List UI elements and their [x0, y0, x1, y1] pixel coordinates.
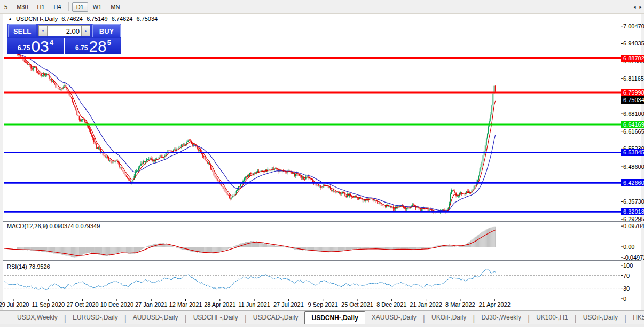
date-label: 27 Jul 2021 — [273, 301, 304, 308]
price-level-badge: 6.32018 — [621, 208, 644, 215]
chart-symbol-label: USDCNH-,Daily — [16, 15, 58, 22]
status-bar — [0, 324, 644, 327]
date-label: 27 Jan 2021 — [135, 301, 168, 308]
axis-label: 70 — [623, 272, 630, 279]
axis-label: -0.04972 — [623, 254, 644, 261]
axis-label: 7.00470 — [623, 22, 644, 30]
timeframe-list: 5M30H1H4D1W1MN — [0, 0, 644, 13]
buy-button[interactable]: BUY — [92, 24, 121, 37]
axis-label: 6.81165 — [623, 75, 644, 82]
sell-button[interactable]: SELL — [8, 24, 36, 37]
chart-window — [3, 14, 641, 310]
date-label: 9 Sep 2021 — [308, 301, 338, 308]
timeframe-mn[interactable]: MN — [106, 2, 124, 12]
volume-input[interactable]: 2.00 — [48, 25, 81, 36]
axis-label: 0 — [623, 295, 626, 302]
timeframe-h1[interactable]: H1 — [33, 2, 49, 12]
tabs-scroll-right-icon[interactable]: ▸ — [639, 4, 642, 10]
axis-label: 6.68100 — [623, 110, 644, 118]
date-label: 12 Mar 2021 — [169, 301, 202, 308]
price-level-badge: 6.88702 — [621, 54, 644, 62]
date-label: 29 Jul 2020 — [0, 301, 29, 308]
date-label: 21 Apr 2022 — [479, 301, 511, 308]
rsi-label: RSI(14) 78.9526 — [7, 263, 50, 270]
tabs-scroll-left-icon[interactable]: ◂ — [633, 4, 636, 10]
ohlc-low: 6.74624 — [112, 15, 133, 22]
axis-label: 0.097045 — [623, 222, 644, 230]
timeframe-w1[interactable]: W1 — [89, 2, 106, 12]
date-label: 21 Jan 2022 — [410, 301, 442, 308]
axis-label: 6.29295 — [623, 215, 644, 223]
toolbar-separator — [127, 2, 127, 11]
timeframe-h4[interactable]: H4 — [50, 2, 66, 12]
tab-xauusd-daily[interactable]: XAUUSD-,Daily — [365, 311, 423, 324]
date-label: 8 Dec 2021 — [376, 301, 406, 308]
date-label: 11 Jun 2021 — [238, 301, 270, 308]
date-label: 25 Oct 2021 — [341, 301, 373, 308]
ohlc-high: 6.75149 — [87, 15, 108, 22]
axis-label: 6.48600 — [623, 163, 644, 170]
tab-usdcnh-daily[interactable]: USDCNH-,Daily — [304, 311, 365, 324]
price-level-badge: 6.42660 — [621, 179, 644, 186]
price-level-badge: 6.75998 — [621, 89, 644, 96]
tab-scroll-controls: ◂ ▸ — [633, 4, 642, 10]
timeframe-5[interactable]: 5 — [0, 2, 12, 12]
axis-label: 0.00 — [623, 243, 634, 251]
tab-usdchf-daily[interactable]: USDCHF-,Daily — [187, 311, 245, 324]
date-label: 8 Mar 2022 — [445, 301, 475, 308]
buy-price-sup: 5 — [107, 38, 111, 46]
buy-price-display[interactable]: 6.75 28 5 — [65, 38, 121, 54]
ohlc-open: 6.74624 — [61, 15, 83, 22]
volume-decrease-button[interactable]: ▼ — [38, 25, 48, 36]
date-label: 11 Sep 2020 — [32, 301, 65, 308]
trade-panel-top-row: SELL ▼ 2.00 ▲ BUY — [7, 24, 121, 38]
axis-label: 6.94035 — [623, 40, 644, 47]
axis-label: 6.35730 — [623, 198, 644, 205]
tab-usdx-weekly[interactable]: USDX,Weekly — [11, 311, 64, 324]
tab-uk100-h1[interactable]: UK100-,H1 — [530, 311, 574, 324]
collapse-chart-icon[interactable]: ▲ — [8, 17, 12, 21]
chart-header: ▲ USDCNH-,Daily 6.74624 6.75149 6.74624 … — [8, 15, 158, 22]
tab-hk50[interactable]: HK50-, — [626, 311, 644, 324]
axis-label: 100 — [623, 262, 633, 269]
ohlc-close: 6.75034 — [136, 15, 158, 22]
date-label: 10 Dec 2020 — [100, 301, 133, 308]
toolbar-separator — [68, 2, 69, 11]
price-level-badge: 6.53845 — [621, 149, 644, 156]
price-level-badge: 6.64169 — [621, 121, 644, 128]
buy-price-prefix: 6.75 — [75, 44, 88, 52]
tab-ukoil-daily[interactable]: UKOil-,Daily — [425, 311, 473, 324]
tab-dj30-weekly[interactable]: DJ30-,Weekly — [475, 311, 528, 324]
sell-price-sup: 4 — [50, 38, 53, 46]
chart-tabs-bar: USDX,Weekly|EURUSD-,Daily|AUDUSD-,Daily|… — [0, 310, 644, 324]
date-label: 27 Oct 2020 — [67, 301, 99, 308]
sell-price-big: 03 — [31, 40, 49, 53]
axis-label: 30 — [623, 285, 630, 292]
tab-usdcad-daily[interactable]: USDCAD-,Daily — [247, 311, 305, 324]
timeframe-d1[interactable]: D1 — [72, 2, 88, 12]
axis-label: 6.61665 — [623, 128, 644, 135]
sell-price-prefix: 6.75 — [18, 44, 30, 52]
chart-tab-list: USDX,Weekly|EURUSD-,Daily|AUDUSD-,Daily|… — [0, 311, 644, 324]
buy-price-big: 28 — [89, 40, 106, 53]
timeframe-toolbar: 5M30H1H4D1W1MN — [0, 0, 644, 14]
volume-increase-button[interactable]: ▲ — [81, 25, 90, 36]
date-label: 28 Apr 2021 — [204, 301, 235, 308]
trade-panel-price-row: 6.75 03 4 6.75 28 5 — [7, 38, 121, 54]
one-click-trade-panel: SELL ▼ 2.00 ▲ BUY 6.75 03 4 6.75 28 5 — [7, 24, 121, 54]
tab-audusd-daily[interactable]: AUDUSD-,Daily — [127, 311, 185, 324]
sell-price-display[interactable]: 6.75 03 4 — [7, 38, 64, 54]
tab-usoil-daily[interactable]: USOil-,Daily — [577, 311, 624, 324]
tab-eurusd-daily[interactable]: EURUSD-,Daily — [66, 311, 124, 324]
current-price-badge: 6.75034 — [621, 96, 644, 104]
macd-label: MACD(12,26,9) 0.090374 0.079349 — [7, 223, 100, 229]
timeframe-m30[interactable]: M30 — [12, 2, 32, 12]
